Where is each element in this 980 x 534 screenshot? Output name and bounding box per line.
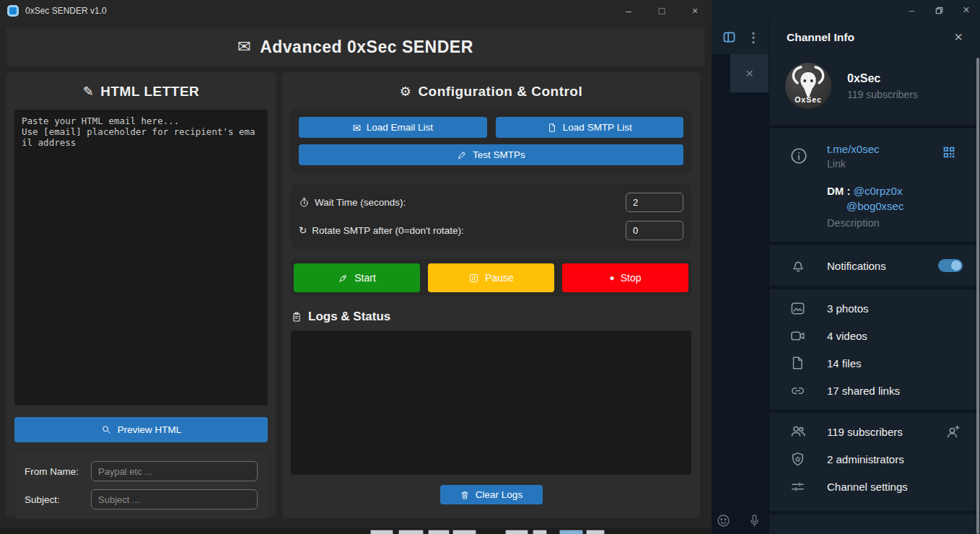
restore-icon	[935, 6, 943, 14]
file-icon	[789, 355, 808, 371]
photos-label: 3 photos	[827, 302, 869, 315]
chat-strip: ⋮ ×	[712, 20, 769, 534]
telegram-window: – × ⋮ ×	[712, 0, 980, 534]
notifications-toggle[interactable]	[938, 259, 963, 272]
info-icon	[789, 143, 808, 229]
qr-code-icon[interactable]	[941, 144, 957, 163]
close-panel-icon[interactable]: ×	[954, 29, 963, 45]
load-email-list-button[interactable]: ✉ Load Email List	[299, 117, 487, 138]
sender-titlebar: 0xSec SENDER v1.0 – □ ×	[0, 0, 712, 22]
telegram-titlebar: – ×	[712, 0, 980, 20]
shared-links-label: 17 shared links	[827, 385, 900, 397]
close-button[interactable]: ×	[953, 0, 980, 20]
dm-handle-2[interactable]: @bog0xsec	[846, 200, 904, 212]
rotate-smtp-input[interactable]	[626, 221, 683, 240]
restore-button[interactable]	[925, 0, 953, 20]
chat-toolbar: ⋮	[712, 20, 769, 54]
add-subscriber-icon[interactable]	[945, 424, 961, 440]
files-row[interactable]: 14 files	[769, 349, 980, 377]
minimize-button[interactable]: –	[898, 0, 925, 20]
taskbar-icon[interactable]	[398, 530, 424, 534]
taskbar-icon[interactable]	[533, 530, 547, 534]
action-buttons-group: Start Pause ● Stop	[291, 259, 691, 297]
pen-icon	[457, 150, 467, 160]
load-smtp-list-label: Load SMTP List	[563, 122, 632, 133]
html-letter-panel: ✎ HTML LETTER Paste your HTML email here…	[6, 72, 276, 517]
app-header: ✉ Advanced 0xSec SENDER	[6, 27, 704, 66]
rotate-smtp-label: Rotate SMTP after (0=don't rotate):	[312, 225, 464, 236]
logs-heading-text: Logs & Status	[308, 310, 390, 324]
logs-heading: Logs & Status	[291, 310, 690, 324]
channel-settings-row[interactable]: Channel settings	[769, 473, 980, 500]
html-letter-textarea[interactable]: Paste your HTML email here... Use [email…	[14, 110, 268, 406]
taskbar-icon[interactable]	[452, 530, 476, 534]
envelope-icon: ✉	[237, 38, 251, 56]
files-label: 14 files	[827, 357, 862, 369]
clear-logs-button[interactable]: Clear Logs	[440, 485, 543, 504]
channel-avatar[interactable]: OxSec	[785, 63, 831, 109]
toggle-panel-icon[interactable]	[722, 30, 737, 45]
rotate-smtp-label-row: ↻ Rotate SMTP after (0=don't rotate):	[299, 224, 464, 236]
wait-time-label: Wait Time (seconds):	[315, 197, 406, 208]
stop-icon: ●	[609, 273, 614, 283]
load-buttons-group: ✉ Load Email List Load SMTP List Test SM…	[291, 109, 691, 173]
from-name-input[interactable]	[91, 461, 258, 481]
sender-form: From Name: Subject:	[14, 452, 268, 519]
test-smtps-button[interactable]: Test SMTPs	[299, 144, 683, 165]
memo-icon: ✎	[83, 84, 95, 100]
shared-links-row[interactable]: 17 shared links	[769, 377, 980, 404]
close-button[interactable]: ×	[678, 0, 712, 22]
dm-label: DM :	[827, 185, 851, 197]
administrators-row[interactable]: 2 administrators	[769, 445, 980, 473]
taskbar-icon[interactable]	[505, 530, 528, 534]
load-smtp-list-button[interactable]: Load SMTP List	[496, 117, 684, 138]
scrollbar[interactable]	[976, 58, 979, 534]
maximize-button[interactable]: □	[645, 0, 678, 22]
subject-input[interactable]	[91, 489, 258, 509]
taskbar-icon[interactable]	[586, 530, 605, 534]
log-output[interactable]	[291, 331, 691, 475]
subject-label: Subject:	[25, 494, 91, 505]
search-close-icon[interactable]: ×	[745, 66, 753, 82]
taskbar-icon[interactable]	[428, 530, 450, 534]
panel-title: Channel Info	[787, 31, 854, 44]
magnifier-icon	[101, 424, 112, 435]
notifications-label: Notifications	[827, 260, 886, 272]
link-label: Link	[827, 158, 904, 170]
dm-handle-1[interactable]: @c0rpz0x	[854, 185, 903, 197]
stop-button[interactable]: ● Stop	[562, 263, 688, 292]
minimize-button[interactable]: –	[612, 0, 645, 22]
letter-title-text: HTML LETTER	[100, 84, 199, 100]
notifications-row[interactable]: Notifications	[769, 250, 980, 281]
emoji-icon[interactable]	[716, 513, 731, 528]
config-title-text: Configuration & Control	[418, 84, 582, 100]
videos-row[interactable]: 4 videos	[769, 322, 980, 349]
pause-icon	[468, 273, 479, 284]
pause-button[interactable]: Pause	[428, 263, 554, 292]
start-button[interactable]: Start	[294, 263, 420, 292]
subscribers-row[interactable]: 119 subscribers	[769, 418, 980, 445]
separator	[769, 511, 980, 515]
clipboard-icon	[291, 311, 302, 323]
channel-settings-label: Channel settings	[827, 481, 908, 493]
smtp-list-icon	[547, 123, 557, 133]
shield-star-icon	[789, 451, 808, 468]
taskbar-icon[interactable]	[370, 530, 393, 534]
start-label: Start	[354, 272, 376, 284]
config-panel: ⚙ Configuration & Control ✉ Load Email L…	[282, 72, 700, 518]
load-email-list-label: Load Email List	[367, 122, 433, 133]
photos-row[interactable]: 3 photos	[769, 294, 980, 322]
taskbar-sliver	[0, 528, 712, 534]
wait-time-input[interactable]	[626, 193, 683, 212]
channel-link[interactable]: t.me/x0sec	[827, 143, 904, 155]
preview-html-label: Preview HTML	[118, 424, 182, 435]
kebab-menu-icon[interactable]: ⋮	[747, 30, 760, 45]
rocket-icon	[338, 273, 349, 284]
channel-subscribers: 119 subscribers	[847, 89, 918, 100]
preview-html-button[interactable]: Preview HTML	[14, 417, 268, 442]
videos-label: 4 videos	[827, 330, 867, 342]
wait-time-label-row: Wait Time (seconds):	[299, 197, 406, 208]
taskbar-icon-active[interactable]	[559, 530, 583, 534]
microphone-icon[interactable]	[747, 513, 762, 528]
people-icon	[789, 423, 808, 440]
